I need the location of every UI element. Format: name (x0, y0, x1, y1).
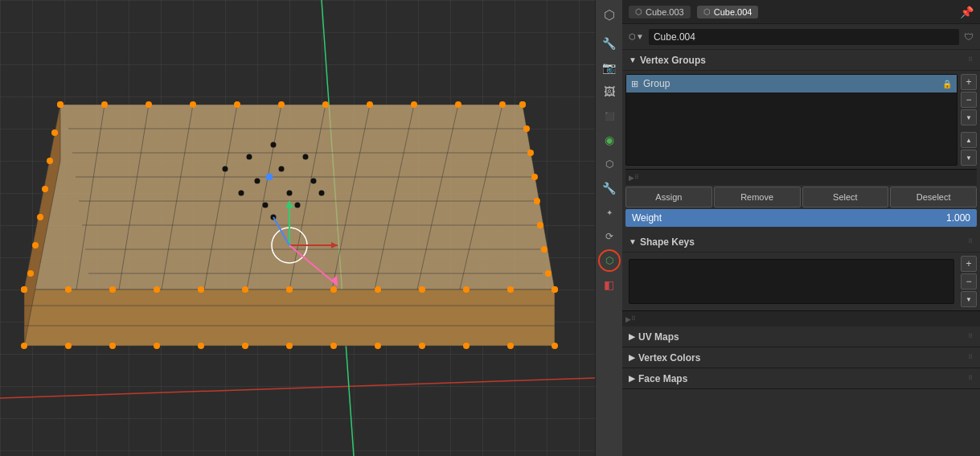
top-header: ⬡ Cube.003 ⬡ Cube.004 📌 (622, 0, 980, 24)
add-shape-key-btn[interactable]: + (961, 256, 977, 272)
object-name-input[interactable]: Cube.004 (649, 29, 959, 45)
vertex-groups-scroll-dots: ⠿ (634, 174, 640, 181)
select-button[interactable]: Select (802, 187, 889, 207)
sidebar: ⬡ 🔧 📷 🖼 ⬛ ◉ ⬡ 🔧 ✦ ⟳ ⬡ ◧ ⬡ Cube.003 ⬡ Cub… (595, 0, 980, 456)
object-type-dropdown[interactable]: ⬡▼ (629, 32, 644, 41)
vertex-colors-header[interactable]: ▶ Vertex Colors ⠿ (622, 347, 980, 368)
icon-toolbar: ⬡ 🔧 📷 🖼 ⬛ ◉ ⬡ 🔧 ✦ ⟳ ⬡ ◧ (595, 0, 622, 456)
scene-tab-icon[interactable]: ⬡ (598, 3, 621, 26)
shape-keys-label: Shape Keys (640, 236, 695, 248)
vertex-groups-arrow: ▼ (629, 55, 637, 64)
tab-cube004-label: Cube.004 (714, 7, 752, 17)
vertex-groups-scroll[interactable]: ▶ ⠿ (625, 169, 977, 185)
remove-vertex-group-btn[interactable]: − (961, 92, 977, 108)
vertex-colors-arrow: ▶ (629, 353, 635, 362)
material-icon[interactable]: ◧ (598, 273, 621, 296)
remove-shape-key-btn[interactable]: − (961, 273, 977, 290)
vertex-colors-drag: ⠿ (968, 354, 974, 361)
vertex-colors-label: Vertex Colors (638, 352, 700, 364)
pin-icon[interactable]: 📌 (960, 6, 974, 18)
group-item-name: Group (643, 78, 670, 89)
vertex-groups-list-area: ⊞ Group 🔒 + − ▼ ▲ ▼ (625, 74, 977, 166)
vertex-groups-header[interactable]: ▼ Vertex Groups ⠿ (622, 50, 980, 71)
shape-key-menu-btn[interactable]: ▼ (961, 291, 977, 307)
shape-keys-scroll-play: ▶ (625, 315, 631, 323)
properties-panel: ⬡ Cube.003 ⬡ Cube.004 📌 ⬡▼ Cube.004 🛡 ▼ … (622, 0, 980, 456)
vertex-group-item-group[interactable]: ⊞ Group 🔒 (626, 75, 957, 92)
shape-keys-drag: ⠿ (968, 238, 974, 245)
add-vertex-group-btn[interactable]: + (961, 74, 977, 90)
object-properties-icon[interactable]: ⬡ (598, 153, 621, 175)
render-icon[interactable]: 🖼 (598, 80, 621, 103)
uv-maps-arrow: ▶ (629, 332, 635, 341)
vertex-groups-side-buttons: + − ▼ ▲ ▼ (961, 74, 977, 166)
uv-maps-drag: ⠿ (968, 333, 974, 340)
deselect-button[interactable]: Deselect (890, 187, 977, 207)
weight-value: 1.000 (940, 209, 977, 227)
tab-cube003-label: Cube.003 (646, 7, 684, 17)
tool-settings-icon[interactable]: 🔧 (598, 32, 621, 55)
weight-row[interactable]: Weight 1.000 (625, 209, 977, 227)
shape-keys-scroll-dots: ⠿ (631, 315, 637, 322)
weight-label: Weight (625, 209, 940, 227)
shape-keys-list[interactable] (629, 259, 954, 304)
shape-keys-scroll[interactable]: ▶ ⠿ (622, 310, 980, 327)
3d-viewport[interactable] (0, 0, 595, 456)
modifier-icon[interactable]: 🔧 (598, 177, 621, 199)
shield-icon: 🛡 (964, 31, 974, 43)
vertex-group-list[interactable]: ⊞ Group 🔒 (625, 74, 957, 166)
tab-cube003[interactable]: ⬡ Cube.003 (629, 6, 691, 18)
face-maps-label: Face Maps (638, 373, 687, 384)
remove-button[interactable]: Remove (714, 187, 801, 207)
face-maps-arrow: ▶ (629, 374, 635, 383)
group-item-icon: ⊞ (631, 79, 638, 89)
group-item-lock: 🔒 (942, 80, 952, 88)
view-layer-icon[interactable]: ⬛ (598, 105, 621, 127)
tab-cube004-icon: ⬡ (703, 7, 711, 16)
move-vertex-group-down-btn[interactable]: ▼ (961, 150, 977, 166)
viewport-background (0, 0, 595, 456)
vertex-group-action-buttons: Assign Remove Select Deselect (625, 187, 977, 207)
move-vertex-group-up-btn[interactable]: ▲ (961, 132, 977, 148)
uv-maps-header[interactable]: ▶ UV Maps ⠿ (622, 327, 980, 347)
uv-maps-label: UV Maps (638, 331, 679, 343)
mesh-data-icon[interactable]: ⬡ (598, 249, 621, 272)
vertex-groups-scroll-play: ▶ (629, 174, 634, 182)
vertex-groups-content: ⊞ Group 🔒 + − ▼ ▲ ▼ ▶ ⠿ (622, 71, 980, 232)
particles-icon[interactable]: ✦ (598, 201, 621, 224)
shape-keys-arrow: ▼ (629, 237, 637, 246)
shape-keys-header[interactable]: ▼ Shape Keys ⠿ (622, 232, 980, 253)
tab-cube003-icon: ⬡ (635, 7, 642, 16)
vertex-group-menu-btn[interactable]: ▼ (961, 109, 977, 125)
face-maps-drag: ⠿ (968, 375, 974, 382)
physics-icon[interactable]: ⟳ (598, 225, 621, 248)
face-maps-header[interactable]: ▶ Face Maps ⠿ (622, 368, 980, 389)
world-icon[interactable]: ◉ (598, 129, 621, 151)
scene-icon[interactable]: 📷 (598, 56, 621, 79)
shape-keys-side-buttons: + − ▼ (961, 256, 977, 307)
tab-cube004[interactable]: ⬡ Cube.004 (697, 6, 759, 18)
shape-keys-content: + − ▼ ▶ ⠿ (622, 253, 980, 327)
object-header: ⬡▼ Cube.004 🛡 (622, 24, 980, 50)
assign-button[interactable]: Assign (625, 187, 712, 207)
vertex-groups-label: Vertex Groups (640, 55, 706, 66)
vertex-groups-drag: ⠿ (968, 56, 974, 64)
